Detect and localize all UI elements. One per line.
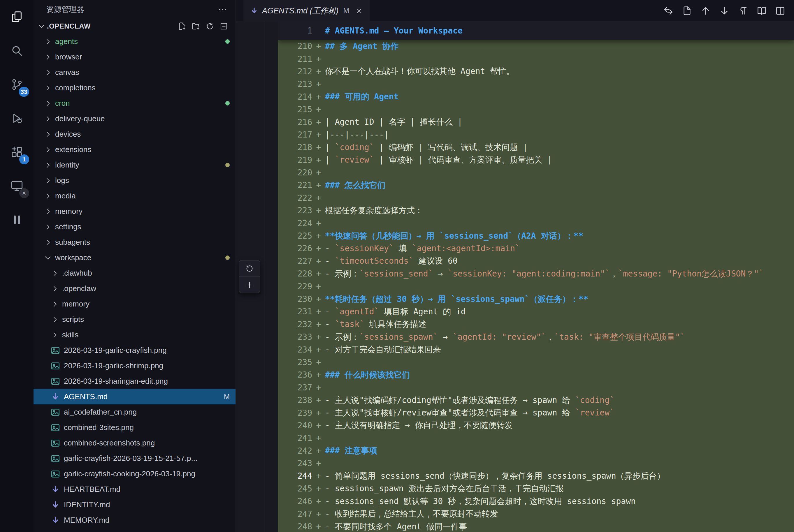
code-line-241[interactable]: 241+ (278, 432, 794, 444)
code-line-234[interactable]: 234+- 对方干完会自动汇报结果回来 (278, 343, 794, 356)
tree-item-delivery-queue[interactable]: delivery-queue (34, 111, 236, 127)
next-change-button[interactable] (719, 5, 730, 16)
code-line-236[interactable]: 236+### 什么时候该找它们 (278, 368, 794, 381)
tree-item-cron[interactable]: cron (34, 96, 236, 111)
tree-item-MEMORY.md[interactable]: MEMORY.md (34, 512, 236, 528)
diff-added-marker: + (312, 117, 325, 127)
diff-added-marker: + (312, 231, 325, 241)
tree-item-combined-3sites.png[interactable]: combined-3sites.png (34, 420, 236, 435)
collapse-folders-icon[interactable] (219, 22, 228, 31)
code-line-229[interactable]: 229+ (278, 280, 794, 292)
tree-item-devices[interactable]: devices (34, 127, 236, 142)
code-line-222[interactable]: 222+ (278, 192, 794, 204)
code-line-242[interactable]: 242+### 注意事项 (278, 444, 794, 457)
code-line-238[interactable]: 238+- 主人说"找编码虾/coding帮忙"或者涉及编程任务 → spawn… (278, 394, 794, 406)
tree-item-memory[interactable]: memory (34, 296, 236, 312)
activity-item-remote[interactable]: × (3, 172, 31, 200)
tree-item-skills[interactable]: skills (34, 327, 236, 343)
refresh-explorer-icon[interactable] (205, 22, 215, 31)
tree-item-canvas[interactable]: canvas (34, 65, 236, 80)
code-line-220[interactable]: 220+ (278, 166, 794, 179)
code-line-211[interactable]: 211+ (278, 53, 794, 65)
split-editor-button[interactable] (775, 5, 786, 16)
code-line-243[interactable]: 243+ (278, 457, 794, 470)
code-line-218[interactable]: 218+| `coding` | 编码虾 | 写代码、调试、技术问题 | (278, 141, 794, 154)
tree-item-media[interactable]: media (34, 188, 236, 204)
code-line-245[interactable]: 245+- sessions_spawn 派出去后对方会在后台干活，干完自动汇报 (278, 482, 794, 495)
code-line-237[interactable]: 237+ (278, 381, 794, 394)
code-line-230[interactable]: 230+**耗时任务（超过 30 秒）→ 用 `sessions_spawn`（… (278, 293, 794, 305)
views-more-actions-icon[interactable] (218, 4, 227, 14)
code-line-216[interactable]: 216+| Agent ID | 名字 | 擅长什么 | (278, 116, 794, 128)
code-line-228[interactable]: 228+- 示例：`sessions_send` → `sessionKey: … (278, 267, 794, 280)
new-folder-icon[interactable] (191, 22, 201, 31)
code-line-235[interactable]: 235+ (278, 356, 794, 368)
stage-change-button[interactable] (239, 277, 260, 293)
activity-item-extensions[interactable]: 1 (3, 138, 31, 166)
tree-item-subagents[interactable]: subagents (34, 234, 236, 250)
code-line-247[interactable]: 247+- 收到结果后，总结给主人，不要原封不动转发 (278, 508, 794, 520)
code-line-215[interactable]: 215+ (278, 103, 794, 116)
tree-item-garlic-crayfish-2026-03-19-15-21-57.p...[interactable]: garlic-crayfish-2026-03-19-15-21-57.p... (34, 451, 236, 466)
code-line-232[interactable]: 232+- `task` 填具体任务描述 (278, 318, 794, 331)
new-file-icon[interactable] (177, 22, 187, 31)
code-line-213[interactable]: 213+ (278, 78, 794, 90)
tree-item-2026-03-19-sharingan-edit.png[interactable]: 2026-03-19-sharingan-edit.png (34, 374, 236, 389)
tree-item-garlic-crayfish-cooking-2026-03-19.png[interactable]: garlic-crayfish-cooking-2026-03-19.png (34, 466, 236, 481)
code-line-210[interactable]: 210+## 多 Agent 协作 (278, 40, 794, 53)
code-line-227[interactable]: 227+- `timeoutSeconds` 建议设 60 (278, 255, 794, 267)
open-preview-button[interactable] (756, 5, 767, 16)
code-line-244[interactable]: 244+- 简单问题用 sessions_send（快速同步），复杂任务用 se… (278, 470, 794, 482)
tree-item-browser[interactable]: browser (34, 49, 236, 65)
tree-item-combined-screenshots.png[interactable]: combined-screenshots.png (34, 435, 236, 451)
code-line-226[interactable]: 226+- `sessionKey` 填 `agent:<agentId>:ma… (278, 242, 794, 255)
previous-change-button[interactable] (700, 5, 711, 16)
code-line-223[interactable]: 223+根据任务复杂度选择方式： (278, 204, 794, 217)
close-icon[interactable] (355, 7, 363, 15)
activity-item-explorer[interactable] (3, 3, 31, 31)
discard-change-button[interactable] (239, 261, 260, 277)
tree-item-scripts[interactable]: scripts (34, 312, 236, 327)
tree-item-HEARTBEAT.md[interactable]: HEARTBEAT.md (34, 481, 236, 497)
tab-agents-md[interactable]: AGENTS.md (工作树) M (243, 0, 370, 21)
tree-item-workspace[interactable]: workspace (34, 250, 236, 265)
tree-item-extensions[interactable]: extensions (34, 142, 236, 157)
code-line-239[interactable]: 239+- 主人说"找审核虾/review审查"或者涉及代码审查 → spawn… (278, 406, 794, 419)
sticky-scroll-line[interactable]: 1 # AGENTS.md — Your Workspace (278, 21, 794, 40)
tree-item-agents[interactable]: agents (34, 34, 236, 49)
tree-item-.openclaw[interactable]: .openclaw (34, 281, 236, 296)
code-line-246[interactable]: 246+- sessions_send 默认等 30 秒，复杂问题会超时，这时改… (278, 495, 794, 508)
code-line-219[interactable]: 219+| `review` | 审核虾 | 代码审查、方案评审、质量把关 | (278, 154, 794, 166)
open-changes-button[interactable] (663, 5, 674, 16)
code-line-212[interactable]: 212+你不是一个人在战斗！你可以找其他 Agent 帮忙。 (278, 65, 794, 78)
activity-item-source-control[interactable]: 33 (3, 71, 31, 98)
code-line-217[interactable]: 217+|---|---|---| (278, 129, 794, 141)
tree-item-2026-03-19-garlic-crayfish.png[interactable]: 2026-03-19-garlic-crayfish.png (34, 343, 236, 358)
tree-item-settings[interactable]: settings (34, 219, 236, 234)
code-line-233[interactable]: 233+- 示例：`sessions_spawn` → `agentId: "r… (278, 331, 794, 343)
tree-item-identity[interactable]: identity (34, 157, 236, 173)
toggle-render-whitespace-button[interactable] (737, 5, 749, 16)
section-header-openclaw[interactable]: .OPENCLAW (34, 19, 236, 34)
activity-item-pause[interactable] (3, 206, 31, 234)
code-line-214[interactable]: 214+### 可用的 Agent (278, 91, 794, 103)
diff-added-marker: + (312, 307, 325, 317)
tree-item-AGENTS.md[interactable]: AGENTS.mdM (34, 389, 236, 404)
open-file-button[interactable] (682, 5, 693, 16)
tree-item-logs[interactable]: logs (34, 173, 236, 188)
tree-item-completions[interactable]: completions (34, 80, 236, 96)
tree-item-2026-03-19-garlic-shrimp.png[interactable]: 2026-03-19-garlic-shrimp.png (34, 358, 236, 374)
code-line-248[interactable]: 248+- 不要同时找多个 Agent 做同一件事 (278, 520, 794, 532)
code-line-225[interactable]: 225+**快速问答（几秒能回）→ 用 `sessions_send`（A2A … (278, 230, 794, 242)
tree-item-ai_codefather_cn.png[interactable]: ai_codefather_cn.png (34, 404, 236, 420)
code-line-240[interactable]: 240+- 主人没有明确指定 → 你自己处理，不要随便转发 (278, 419, 794, 432)
tree-item-memory[interactable]: memory (34, 204, 236, 219)
code-line-224[interactable]: 224+ (278, 217, 794, 229)
editor[interactable]: 1 # AGENTS.md — Your Workspace 210+## 多 … (278, 21, 794, 532)
tree-item-IDENTITY.md[interactable]: IDENTITY.md (34, 497, 236, 512)
activity-item-run-debug[interactable] (3, 104, 31, 132)
activity-item-search[interactable] (3, 37, 31, 65)
tree-item-.clawhub[interactable]: .clawhub (34, 265, 236, 281)
code-line-221[interactable]: 221+### 怎么找它们 (278, 179, 794, 191)
code-line-231[interactable]: 231+- `agentId` 填目标 Agent 的 id (278, 305, 794, 318)
